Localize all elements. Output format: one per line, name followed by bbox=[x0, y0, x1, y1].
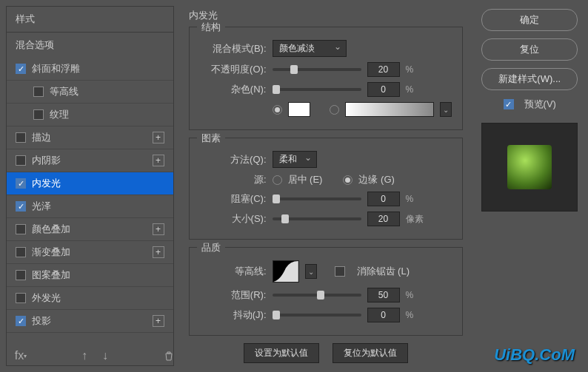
style-item-7[interactable]: 颜色叠加+ bbox=[7, 218, 173, 241]
blend-mode-label: 混合模式(B): bbox=[200, 42, 267, 55]
style-item-label: 颜色叠加 bbox=[32, 223, 70, 236]
arrow-down-icon[interactable]: ↓ bbox=[99, 350, 111, 362]
structure-group: 结构 混合模式(B): 颜色减淡 不透明度(O): % 杂色(N): % bbox=[189, 27, 463, 130]
right-panel: 确定 复位 新建样式(W)... 预览(V) bbox=[478, 6, 583, 366]
fx-icon[interactable]: fx▾ bbox=[15, 350, 27, 362]
range-slider[interactable] bbox=[273, 294, 361, 297]
blending-options[interactable]: 混合选项 bbox=[7, 33, 173, 58]
ok-button[interactable]: 确定 bbox=[481, 9, 578, 31]
style-checkbox[interactable] bbox=[16, 247, 26, 257]
elements-legend: 图素 bbox=[197, 132, 225, 145]
style-checkbox[interactable] bbox=[16, 132, 26, 143]
source-edge-label: 边缘 (G) bbox=[358, 173, 394, 186]
noise-input[interactable] bbox=[367, 82, 400, 97]
noise-label: 杂色(N): bbox=[200, 83, 267, 96]
preview-box bbox=[481, 123, 578, 212]
size-slider[interactable] bbox=[273, 217, 361, 220]
antialias-label: 消除锯齿 (L) bbox=[357, 265, 410, 278]
reset-button[interactable]: 复位 bbox=[481, 38, 578, 61]
preview-checkbox[interactable] bbox=[504, 99, 514, 109]
style-item-label: 内发光 bbox=[32, 177, 61, 190]
style-item-5[interactable]: 内发光 bbox=[7, 172, 173, 195]
style-checkbox[interactable] bbox=[16, 178, 26, 189]
percent-unit: % bbox=[406, 64, 414, 75]
new-style-button[interactable]: 新建样式(W)... bbox=[481, 68, 578, 90]
range-input[interactable] bbox=[367, 288, 400, 302]
style-item-10[interactable]: 外发光 bbox=[7, 287, 173, 310]
add-instance-button[interactable]: + bbox=[153, 315, 164, 327]
blend-mode-select[interactable]: 颜色减淡 bbox=[273, 40, 347, 57]
jitter-slider[interactable] bbox=[273, 314, 361, 317]
opacity-label: 不透明度(O): bbox=[200, 63, 267, 76]
style-checkbox[interactable] bbox=[16, 224, 26, 234]
contour-dropdown-icon[interactable]: ⌄ bbox=[305, 264, 317, 279]
trash-icon[interactable] bbox=[163, 350, 175, 362]
style-checkbox[interactable] bbox=[16, 270, 26, 280]
gradient-swatch[interactable] bbox=[345, 102, 434, 117]
structure-legend: 结构 bbox=[197, 21, 225, 34]
style-checkbox[interactable] bbox=[33, 87, 44, 97]
size-input[interactable] bbox=[367, 212, 400, 226]
opacity-slider[interactable] bbox=[273, 68, 361, 71]
antialias-checkbox[interactable] bbox=[335, 266, 345, 277]
style-item-1[interactable]: 等高线 bbox=[7, 81, 173, 104]
add-instance-button[interactable]: + bbox=[153, 246, 164, 258]
sidebar-header: 样式 bbox=[7, 7, 173, 33]
color-radio[interactable] bbox=[273, 105, 282, 115]
noise-slider[interactable] bbox=[273, 88, 361, 91]
style-checkbox[interactable] bbox=[33, 109, 44, 120]
opacity-input[interactable] bbox=[367, 62, 400, 77]
style-checkbox[interactable] bbox=[16, 155, 26, 166]
reset-default-button[interactable]: 复位为默认值 bbox=[333, 343, 408, 363]
arrow-up-icon[interactable]: ↑ bbox=[78, 350, 90, 362]
add-instance-button[interactable]: + bbox=[153, 155, 164, 166]
style-checkbox[interactable] bbox=[16, 316, 26, 326]
source-center-label: 居中 (E) bbox=[288, 173, 323, 186]
elements-group: 图素 方法(Q): 柔和 源: 居中 (E) 边缘 (G) 阻塞(C): % 大… bbox=[189, 138, 463, 240]
style-item-11[interactable]: 投影+ bbox=[7, 310, 173, 333]
gradient-dropdown-icon[interactable]: ⌄ bbox=[440, 102, 452, 117]
style-item-label: 描边 bbox=[32, 131, 51, 144]
contour-swatch[interactable] bbox=[273, 260, 299, 283]
add-instance-button[interactable]: + bbox=[153, 223, 164, 235]
style-item-label: 等高线 bbox=[50, 85, 78, 98]
style-item-label: 渐变叠加 bbox=[32, 246, 70, 259]
source-edge-radio[interactable] bbox=[343, 175, 353, 185]
style-item-label: 外发光 bbox=[32, 291, 61, 305]
style-item-2[interactable]: 纹理 bbox=[7, 104, 173, 126]
style-checkbox[interactable] bbox=[16, 293, 26, 303]
sidebar-footer: fx▾ ↑ ↓ bbox=[6, 345, 184, 366]
percent-unit: % bbox=[406, 310, 414, 320]
color-swatch[interactable] bbox=[288, 102, 310, 117]
add-instance-button[interactable]: + bbox=[153, 132, 164, 143]
gradient-radio[interactable] bbox=[330, 105, 339, 115]
style-checkbox[interactable] bbox=[16, 201, 26, 212]
style-item-label: 内阴影 bbox=[32, 154, 61, 167]
source-label: 源: bbox=[200, 173, 267, 186]
style-item-3[interactable]: 描边+ bbox=[7, 126, 173, 149]
range-label: 范围(R): bbox=[200, 288, 267, 302]
set-default-button[interactable]: 设置为默认值 bbox=[244, 343, 319, 363]
choke-slider[interactable] bbox=[273, 197, 361, 200]
style-item-label: 纹理 bbox=[50, 108, 69, 121]
jitter-label: 抖动(J): bbox=[200, 308, 267, 322]
style-item-0[interactable]: 斜面和浮雕 bbox=[7, 58, 173, 81]
px-unit: 像素 bbox=[406, 213, 424, 226]
style-item-label: 投影 bbox=[32, 314, 51, 328]
choke-input[interactable] bbox=[367, 192, 400, 206]
style-item-8[interactable]: 渐变叠加+ bbox=[7, 241, 173, 264]
watermark: UiBQ.CoM bbox=[494, 345, 575, 365]
style-item-4[interactable]: 内阴影+ bbox=[7, 149, 173, 172]
effect-title: 内发光 bbox=[189, 9, 463, 22]
method-label: 方法(Q): bbox=[200, 153, 267, 166]
method-select[interactable]: 柔和 bbox=[273, 151, 317, 168]
percent-unit: % bbox=[406, 194, 414, 204]
source-center-radio[interactable] bbox=[273, 175, 282, 185]
style-checkbox[interactable] bbox=[16, 64, 26, 74]
style-item-6[interactable]: 光泽 bbox=[7, 195, 173, 218]
quality-legend: 品质 bbox=[197, 241, 225, 254]
jitter-input[interactable] bbox=[367, 308, 400, 322]
style-item-9[interactable]: 图案叠加 bbox=[7, 264, 173, 287]
choke-label: 阻塞(C): bbox=[200, 192, 267, 206]
style-item-label: 光泽 bbox=[32, 200, 51, 213]
